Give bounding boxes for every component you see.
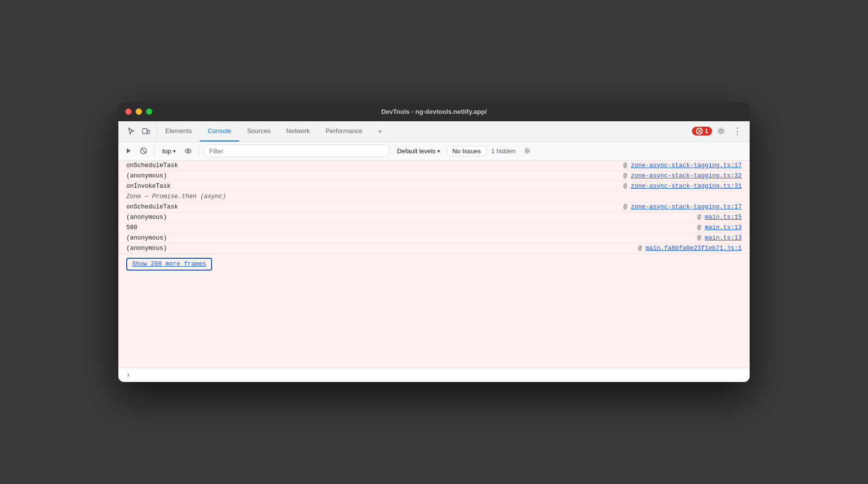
cursor-icon-btn[interactable] bbox=[124, 124, 138, 138]
console-input[interactable] bbox=[134, 371, 742, 379]
row-label-7: (anonymous) bbox=[126, 235, 167, 242]
cursor-icon bbox=[127, 127, 135, 135]
traffic-lights bbox=[125, 108, 152, 115]
row-label-1: (anonymous) bbox=[126, 173, 167, 179]
divider-2 bbox=[198, 146, 199, 156]
row-at-7: @ bbox=[697, 235, 705, 242]
row-label-6: 580 bbox=[126, 224, 138, 231]
row-at-5: @ bbox=[697, 214, 705, 221]
svg-rect-0 bbox=[143, 129, 147, 134]
row-at-6: @ bbox=[697, 224, 705, 231]
console-settings-btn[interactable] bbox=[521, 144, 534, 157]
console-toolbar: top ▾ Default levels ▾ No Issues 1 hidde… bbox=[118, 142, 750, 161]
context-selector[interactable]: top ▾ bbox=[158, 146, 180, 156]
row-link-2[interactable]: zone-async-stack-tagging.ts:31 bbox=[631, 183, 742, 190]
show-more-row: Show 208 more frames bbox=[118, 254, 750, 275]
error-icon: ✕ bbox=[696, 128, 703, 135]
row-link-1[interactable]: zone-async-stack-tagging.ts:32 bbox=[631, 173, 742, 179]
minimize-button[interactable] bbox=[136, 108, 142, 115]
tab-icon-group bbox=[120, 121, 157, 141]
prompt-symbol: › bbox=[126, 371, 130, 379]
svg-point-2 bbox=[720, 130, 723, 133]
svg-point-6 bbox=[185, 149, 191, 153]
svg-line-5 bbox=[142, 149, 146, 153]
console-row-1: (anonymous) @ zone-async-stack-tagging.t… bbox=[118, 171, 750, 181]
console-content: onScheduleTask @ zone-async-stack-taggin… bbox=[118, 161, 750, 368]
divider-1 bbox=[154, 146, 154, 156]
tab-network[interactable]: Network bbox=[279, 121, 318, 141]
console-row-2: onInvokeTask @ zone-async-stack-tagging.… bbox=[118, 181, 750, 192]
levels-dropdown[interactable]: Default levels ▾ bbox=[392, 146, 445, 156]
row-link-0[interactable]: zone-async-stack-tagging.ts:17 bbox=[631, 162, 742, 169]
row-link-5[interactable]: main.ts:15 bbox=[705, 214, 742, 221]
levels-chevron-icon: ▾ bbox=[437, 148, 440, 154]
svg-point-7 bbox=[187, 150, 189, 152]
console-row-4: onScheduleTask @ zone-async-stack-taggin… bbox=[118, 202, 750, 212]
row-link-7[interactable]: main.ts:13 bbox=[705, 235, 742, 242]
row-label-4: onScheduleTask bbox=[126, 204, 178, 210]
tabs-right: ✕ 1 ⋮ bbox=[688, 121, 748, 141]
vertical-dots-icon: ⋮ bbox=[733, 126, 741, 137]
settings-icon-btn[interactable] bbox=[714, 124, 728, 138]
more-options-btn[interactable]: ⋮ bbox=[730, 124, 744, 138]
clear-console-btn[interactable] bbox=[122, 144, 135, 157]
row-label-0: onScheduleTask bbox=[126, 162, 178, 169]
tab-elements[interactable]: Elements bbox=[157, 121, 200, 141]
tab-console[interactable]: Console bbox=[200, 121, 239, 141]
console-row-5: (anonymous) @ main.ts:15 bbox=[118, 212, 750, 223]
block-icon-btn[interactable] bbox=[137, 144, 150, 157]
chevron-down-icon: ▾ bbox=[173, 148, 176, 154]
console-gear-icon bbox=[524, 147, 531, 154]
row-link-8[interactable]: main.fa8bfa0e23f1eb71.js:1 bbox=[646, 245, 742, 252]
row-label-5: (anonymous) bbox=[126, 214, 167, 221]
tabs-bar: Elements Console Sources Network Perform… bbox=[118, 121, 750, 142]
tab-sources[interactable]: Sources bbox=[239, 121, 279, 141]
error-badge[interactable]: ✕ 1 bbox=[692, 127, 712, 136]
console-row-8: (anonymous) @ main.fa8bfa0e23f1eb71.js:1 bbox=[118, 243, 750, 254]
hidden-count: 1 hidden bbox=[488, 147, 519, 155]
close-button[interactable] bbox=[125, 108, 132, 115]
row-label-8: (anonymous) bbox=[126, 245, 167, 252]
row-at-2: @ bbox=[623, 183, 631, 190]
svg-point-8 bbox=[526, 150, 528, 152]
eye-icon bbox=[184, 147, 192, 155]
console-input-row: › bbox=[118, 368, 750, 382]
show-more-link[interactable]: Show 208 more frames bbox=[126, 258, 212, 271]
eye-icon-btn[interactable] bbox=[181, 144, 194, 157]
console-row-3: Zone — Promise.then (async) bbox=[118, 192, 750, 202]
console-row-7: (anonymous) @ main.ts:13 bbox=[118, 233, 750, 243]
devtools-body: Elements Console Sources Network Perform… bbox=[118, 121, 750, 382]
block-icon bbox=[140, 147, 147, 154]
row-label-2: onInvokeTask bbox=[126, 183, 171, 190]
row-at-8: @ bbox=[638, 245, 646, 252]
tab-more[interactable]: » bbox=[370, 121, 390, 141]
no-issues-button[interactable]: No Issues bbox=[447, 146, 486, 156]
row-link-6[interactable]: main.ts:13 bbox=[705, 224, 742, 231]
window-title: DevTools - ng-devtools.netlify.app/ bbox=[381, 108, 487, 115]
maximize-button[interactable] bbox=[146, 108, 152, 115]
row-at-4: @ bbox=[623, 204, 631, 210]
device-icon bbox=[142, 127, 150, 135]
gear-icon bbox=[717, 127, 725, 135]
device-icon-btn[interactable] bbox=[139, 124, 153, 138]
tab-performance[interactable]: Performance bbox=[318, 121, 370, 141]
row-link-4[interactable]: zone-async-stack-tagging.ts:17 bbox=[631, 204, 742, 210]
row-label-3: Zone — Promise.then (async) bbox=[126, 193, 226, 200]
svg-rect-1 bbox=[147, 130, 149, 134]
devtools-window: DevTools - ng-devtools.netlify.app/ bbox=[118, 103, 750, 382]
filter-input[interactable] bbox=[203, 144, 390, 157]
row-at-1: @ bbox=[623, 173, 631, 179]
row-at-0: @ bbox=[623, 162, 631, 169]
svg-marker-3 bbox=[127, 148, 131, 153]
console-row-6: 580 @ main.ts:13 bbox=[118, 223, 750, 233]
title-bar: DevTools - ng-devtools.netlify.app/ bbox=[118, 103, 750, 121]
console-row-0: onScheduleTask @ zone-async-stack-taggin… bbox=[118, 161, 750, 171]
tabs-list: Elements Console Sources Network Perform… bbox=[157, 121, 688, 141]
play-icon bbox=[125, 147, 132, 154]
